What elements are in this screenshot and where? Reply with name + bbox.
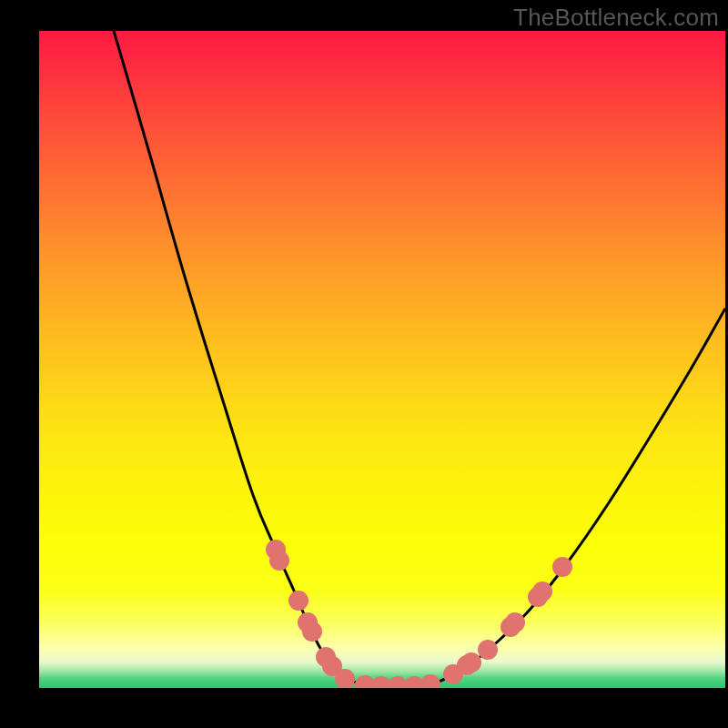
marker-dot (269, 551, 289, 571)
marker-dot (505, 612, 525, 632)
marker-dot (461, 652, 481, 672)
watermark-text: TheBottleneck.com (513, 4, 719, 32)
curve-svg (39, 31, 725, 688)
marker-dot (552, 557, 572, 577)
marker-dot (420, 674, 440, 688)
chart-frame: TheBottleneck.com (0, 0, 728, 728)
marker-dot (532, 581, 552, 602)
marker-dot (478, 640, 498, 660)
plot-area (39, 31, 725, 688)
bottleneck-curve (114, 31, 725, 686)
marker-dot (302, 622, 322, 642)
marker-dot (288, 591, 308, 611)
marker-dot (335, 669, 355, 688)
